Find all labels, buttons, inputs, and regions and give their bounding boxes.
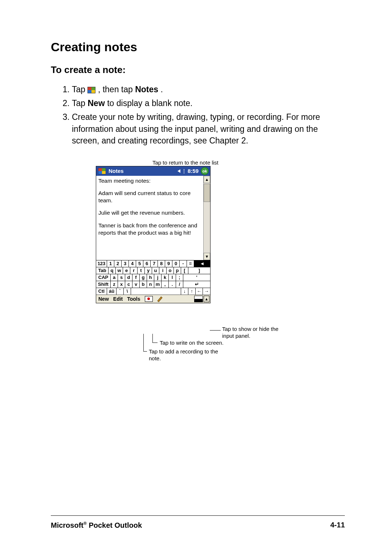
menu-edit[interactable]: Edit xyxy=(111,296,125,302)
key-rbracket[interactable]: ] xyxy=(188,267,210,274)
key-8[interactable]: 8 xyxy=(158,260,165,267)
key-0[interactable]: 0 xyxy=(172,260,180,267)
ok-button[interactable]: ok xyxy=(201,167,209,175)
key-d[interactable]: d xyxy=(125,274,132,281)
callout-right: Tap to show or hide the input panel. xyxy=(222,326,284,340)
soft-keyboard[interactable]: 123 1 2 3 4 5 6 7 8 9 0 - = ◄ Tab xyxy=(96,260,210,295)
note-line-4: Tanner is back from the conference and r… xyxy=(98,222,201,236)
footer-left: Microsoft® Pocket Outlook xyxy=(51,521,142,530)
key-6[interactable]: 6 xyxy=(143,260,151,267)
key-z[interactable]: z xyxy=(111,281,118,288)
scroll-up-icon[interactable]: ▲ xyxy=(204,176,210,183)
key-enter[interactable]: ↵ xyxy=(183,281,210,288)
key-shift[interactable]: Shift xyxy=(96,281,111,288)
key-x[interactable]: x xyxy=(118,281,125,288)
step-1-bold: Notes xyxy=(135,85,158,94)
key-w[interactable]: w xyxy=(116,267,123,274)
key-tab[interactable]: Tab xyxy=(96,267,109,274)
key-o[interactable]: o xyxy=(167,267,174,274)
clock[interactable]: 8:59 xyxy=(188,168,199,174)
key-backtick[interactable]: ` xyxy=(117,288,124,295)
key-n[interactable]: n xyxy=(147,281,154,288)
keyboard-row-1: 123 1 2 3 4 5 6 7 8 9 0 - = ◄ xyxy=(96,260,210,267)
key-p[interactable]: p xyxy=(174,267,181,274)
note-text[interactable]: Team meeting notes: Adam will send curre… xyxy=(96,176,203,260)
key-l[interactable]: l xyxy=(169,274,176,281)
key-e[interactable]: e xyxy=(123,267,130,274)
heading-creating-notes: Creating notes xyxy=(51,40,345,54)
key-slash[interactable]: / xyxy=(176,281,183,288)
key-backspace[interactable]: ◄ xyxy=(194,260,210,267)
keyboard-row-2: Tab q w e r t y u i o p [ ] xyxy=(96,267,210,274)
key-b[interactable]: b xyxy=(140,281,147,288)
key-comma[interactable]: , xyxy=(162,281,169,288)
key-r[interactable]: r xyxy=(130,267,138,274)
key-k[interactable]: k xyxy=(162,274,169,281)
record-icon[interactable] xyxy=(145,296,153,302)
key-down[interactable]: ↓ xyxy=(181,288,188,295)
key-ctl[interactable]: Ctl xyxy=(96,288,107,295)
key-5[interactable]: 5 xyxy=(136,260,143,267)
scrollbar[interactable]: ▲ ▼ xyxy=(203,176,210,260)
start-icon[interactable] xyxy=(98,168,106,174)
key-i[interactable]: i xyxy=(159,267,167,274)
callout-mid: Tap to write on the screen. xyxy=(160,340,243,347)
key-y[interactable]: y xyxy=(145,267,152,274)
key-f[interactable]: f xyxy=(132,274,140,281)
step-1-text-a: Tap xyxy=(72,85,87,94)
key-123[interactable]: 123 xyxy=(96,260,107,267)
key-v[interactable]: v xyxy=(132,281,140,288)
key-m[interactable]: m xyxy=(154,281,162,288)
key-1[interactable]: 1 xyxy=(107,260,114,267)
key-h[interactable]: h xyxy=(147,274,154,281)
key-j[interactable]: j xyxy=(154,274,162,281)
sip-arrow-icon[interactable]: ▲ xyxy=(204,296,209,302)
key-dash[interactable]: - xyxy=(180,260,187,267)
key-equals[interactable]: = xyxy=(187,260,194,267)
key-c[interactable]: c xyxy=(125,281,132,288)
key-t[interactable]: t xyxy=(138,267,145,274)
key-up[interactable]: ↑ xyxy=(188,288,196,295)
key-lbracket[interactable]: [ xyxy=(181,267,188,274)
key-g[interactable]: g xyxy=(140,274,147,281)
start-icon xyxy=(87,87,95,93)
key-a[interactable]: a xyxy=(111,274,118,281)
keyboard-icon[interactable] xyxy=(194,296,203,302)
key-space[interactable] xyxy=(131,288,181,295)
key-quote[interactable]: ' xyxy=(183,274,210,281)
key-2[interactable]: 2 xyxy=(114,260,122,267)
key-3[interactable]: 3 xyxy=(122,260,129,267)
scroll-track[interactable] xyxy=(204,202,210,253)
key-right[interactable]: → xyxy=(203,288,210,295)
key-left[interactable]: ← xyxy=(196,288,203,295)
key-semicolon[interactable]: ; xyxy=(176,274,183,281)
step-1-text-b: , then tap xyxy=(98,85,135,94)
document-page: Creating notes To create a note: Tap , t… xyxy=(0,0,392,555)
step-3: Create your note by writing, drawing, ty… xyxy=(72,111,345,146)
scroll-thumb[interactable] xyxy=(204,184,210,202)
key-9[interactable]: 9 xyxy=(165,260,172,267)
menu-tools[interactable]: Tools xyxy=(125,296,142,302)
note-area[interactable]: Team meeting notes: Adam will send curre… xyxy=(96,176,210,260)
key-q[interactable]: q xyxy=(109,267,116,274)
key-cap[interactable]: CAP xyxy=(96,274,111,281)
key-7[interactable]: 7 xyxy=(151,260,158,267)
key-4[interactable]: 4 xyxy=(129,260,136,267)
key-period[interactable]: . xyxy=(169,281,176,288)
step-2-text-b: to display a blank note. xyxy=(107,98,192,108)
steps-list: Tap , then tap Notes . Tap New to displa… xyxy=(51,84,345,146)
key-intl[interactable]: áü xyxy=(107,288,117,295)
step-1-end: . xyxy=(160,85,163,94)
key-u[interactable]: u xyxy=(152,267,159,274)
key-s[interactable]: s xyxy=(118,274,125,281)
scroll-down-icon[interactable]: ▼ xyxy=(204,253,210,260)
pen-icon[interactable] xyxy=(156,296,162,302)
key-backslash[interactable]: \ xyxy=(124,288,131,295)
menu-new[interactable]: New xyxy=(96,296,111,302)
figure: Tap to return to the note list (the note… xyxy=(87,166,309,303)
heading-to-create: To create a note: xyxy=(51,64,345,76)
bottom-bar: New Edit Tools ▲ xyxy=(96,295,210,303)
keyboard-row-3: CAP a s d f g h j k l ; ' xyxy=(96,274,210,281)
step-2: Tap New to display a blank note. xyxy=(72,97,345,109)
speaker-icon[interactable] xyxy=(177,169,180,173)
